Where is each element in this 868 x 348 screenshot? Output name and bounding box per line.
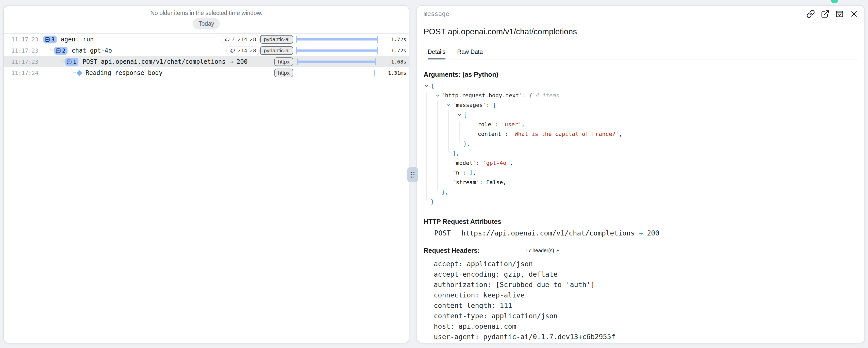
duration-bar-track — [296, 67, 377, 79]
headers-count-toggle[interactable]: 17 header(s) — [525, 248, 560, 254]
header-name: accept — [434, 260, 459, 268]
collapse-chevron-icon[interactable] — [446, 101, 451, 111]
code-token: : — [504, 131, 512, 137]
token-usage-chip[interactable]: ↗14 ↙8 — [226, 46, 260, 55]
row-right-group: httpx 1.68s — [263, 56, 409, 67]
detail-header-icons — [806, 10, 858, 18]
span-label: agent run — [61, 36, 94, 43]
header-line: accept: application/json — [434, 259, 858, 269]
code-line: http.request.body.text: { 4 items — [424, 91, 858, 100]
header-name: host — [434, 322, 450, 330]
tree-node: 3 — [43, 35, 57, 44]
arguments-heading: Arguments: (as Python) — [424, 70, 858, 79]
tree-node — [76, 71, 82, 75]
header-line: accept-encoding: gzip, deflate — [434, 269, 858, 280]
code-token: [ — [493, 102, 496, 108]
collapse-node-badge[interactable]: 2 — [54, 47, 67, 55]
request-headers-list: accept: application/json accept-encoding… — [424, 259, 858, 343]
instrumentation-badge-wrap: pydantic-ai — [263, 35, 293, 44]
span-kind-label: message — [424, 10, 449, 18]
row-right-group: httpx 1.31ms — [263, 67, 409, 79]
child-count: 1 — [73, 59, 76, 65]
tokens-coin-icon — [230, 48, 235, 53]
timestamp: 11:17:23 — [4, 59, 43, 65]
request-method: POST — [434, 229, 451, 237]
header-value: 111 — [500, 301, 512, 310]
request-line: POST https://api.openai.com/v1/chat/comp… — [424, 229, 858, 237]
arrow-up-right-icon: ↗ — [238, 48, 241, 54]
header-separator: : — [487, 281, 496, 289]
header-value: [Scrubbed due to 'auth'] — [496, 281, 595, 289]
trace-panel-card: No older items in the selected time wind… — [3, 5, 409, 343]
trace-row[interactable]: 11:17:24 Reading response body httpx 1.3… — [4, 67, 409, 79]
header-separator: : — [492, 301, 500, 310]
code-line: } — [424, 197, 858, 206]
header-line: content-type: application/json — [434, 311, 858, 321]
arguments-code: { http.request.body.text: { 4 items mess… — [424, 81, 858, 206]
today-button[interactable]: Today — [193, 18, 220, 29]
child-count: 3 — [51, 36, 55, 43]
detail-panel-card: message POST api.openai.com/v1/chat/comp… — [416, 5, 865, 343]
header-line: connection: keep-alive — [434, 290, 858, 300]
collapse-chevron-icon[interactable] — [457, 111, 462, 120]
duration-text: 1.72s — [381, 48, 406, 54]
collapse-node-badge[interactable]: 3 — [43, 35, 57, 44]
code-line: n: 1, — [424, 168, 858, 178]
header-line: content-length: 111 — [434, 300, 858, 311]
arrow-down-left-icon: ↙ — [249, 48, 252, 54]
code-line: content: What is the capital of France?, — [424, 129, 858, 139]
tree-connector-line — [71, 65, 75, 73]
instrumentation-badge-wrap: pydantic-ai — [263, 46, 293, 55]
response-status: 200 — [647, 229, 659, 237]
collapse-chevron-icon[interactable] — [435, 91, 440, 101]
collapse-node-badge[interactable]: 1 — [65, 58, 79, 66]
detail-title: POST api.openai.com/v1/chat/completions — [424, 27, 858, 36]
dock-panel-icon[interactable] — [835, 10, 844, 18]
copy-link-icon[interactable] — [806, 10, 815, 18]
child-count: 2 — [62, 48, 65, 54]
code-token: , — [521, 121, 525, 127]
header-line: authorization: [Scrubbed due to 'auth'] — [434, 280, 858, 290]
trace-row[interactable]: 11:17:23 1 POST api.openai.com/v1/chat/c… — [4, 56, 409, 67]
collapse-chevron-icon[interactable] — [424, 82, 429, 91]
span-label: chat gpt-4o — [71, 47, 112, 54]
header-name: accept-encoding — [434, 270, 496, 278]
code-line: { — [424, 81, 858, 91]
trace-row[interactable]: 11:17:23 3 agent run — [4, 34, 409, 45]
output-tokens: ↙8 — [249, 36, 256, 42]
duration-bar — [375, 72, 375, 74]
code-line: role: user, — [424, 120, 858, 129]
code-token: : — [476, 160, 483, 166]
tab-raw-data[interactable]: Raw Data — [457, 49, 483, 59]
empty-notice: No older items in the selected time wind… — [4, 10, 409, 17]
detail-header-row: message — [424, 10, 858, 18]
row-right-group: Σ ↗14 ↙8 pydantic-ai 1.72s — [221, 34, 409, 45]
open-in-new-icon[interactable] — [821, 10, 830, 18]
header-name: content-type — [434, 312, 483, 320]
tree-connector-line — [50, 43, 54, 51]
panel-resize-handle[interactable] — [407, 167, 418, 182]
http-attributes-heading: HTTP Request Attributes — [424, 218, 858, 226]
duration-bar — [296, 38, 377, 41]
header-separator: : — [475, 333, 484, 341]
header-separator: : — [475, 291, 484, 299]
drag-dots-icon — [411, 172, 414, 178]
row-right-group: ↗14 ↙8 pydantic-ai 1.72s — [226, 45, 409, 56]
tree-node: 2 — [54, 47, 67, 55]
instrumentation-badge-wrap: httpx — [263, 68, 293, 77]
today-wrap: Today — [4, 18, 409, 29]
duration-text: 1.72s — [381, 36, 406, 42]
code-token: { — [463, 112, 467, 118]
close-icon[interactable] — [850, 10, 858, 18]
arrow-right-icon: → — [639, 229, 643, 237]
instrumentation-badge-wrap: httpx — [263, 57, 293, 66]
header-value: application/json — [492, 312, 558, 320]
token-usage-chip[interactable]: Σ ↗14 ↙8 — [221, 35, 260, 44]
tab-details[interactable]: Details — [428, 49, 445, 59]
instrumentation-badge: pydantic-ai — [260, 46, 293, 55]
indent-guide — [426, 92, 427, 200]
span-label: Reading response body — [86, 69, 162, 77]
duration-text: 1.68s — [381, 59, 406, 65]
header-separator: : — [483, 312, 492, 320]
header-value: application/json — [467, 260, 533, 268]
